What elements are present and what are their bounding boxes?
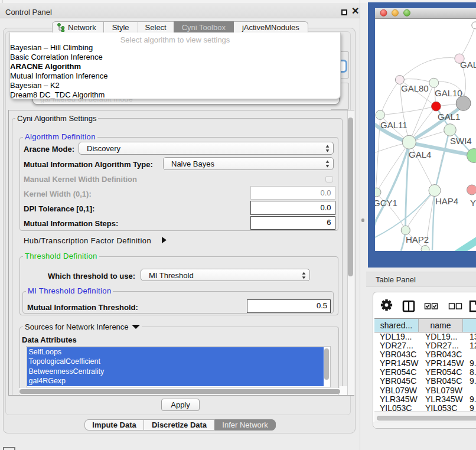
svg-text:YJ: YJ <box>470 198 476 208</box>
svg-text:GAL11: GAL11 <box>380 120 407 130</box>
svg-text:SWI4: SWI4 <box>450 136 472 146</box>
svg-text:HAP4: HAP4 <box>435 196 458 206</box>
svg-text:GCY1: GCY1 <box>375 198 397 208</box>
svg-text:GAL1: GAL1 <box>438 112 460 122</box>
svg-text:GAL80: GAL80 <box>401 83 429 93</box>
svg-text:GAL10: GAL10 <box>435 88 462 98</box>
svg-text:HAP2: HAP2 <box>406 234 429 244</box>
svg-text:GAL7: GAL7 <box>460 60 476 70</box>
svg-text:GAL4: GAL4 <box>409 149 431 159</box>
